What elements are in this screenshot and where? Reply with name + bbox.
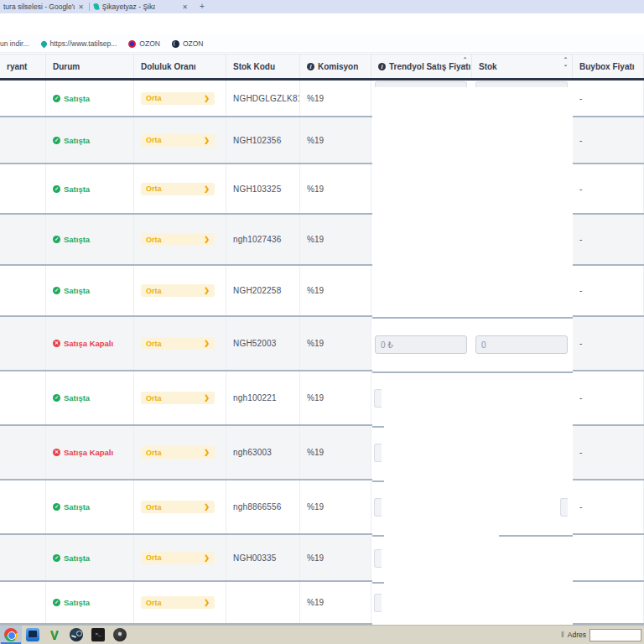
tab-google-search[interactable]: tura silselesi - Google'da Ara ✕ (0, 0, 87, 13)
chrome-icon (4, 628, 18, 641)
tab-close-icon[interactable]: ✕ (78, 3, 84, 11)
taskbar-app-button[interactable] (109, 626, 131, 644)
status-label: Satışta (64, 235, 90, 244)
cell-varyant (0, 480, 46, 533)
sort-arrows-icon[interactable]: ⌃⌄ (463, 58, 467, 67)
cell-stok-kodu: NGHDGLGZLK81002 (226, 80, 300, 116)
fill-rate-pill[interactable]: Orta❯ (141, 392, 215, 404)
status-badge: ✓Satışta (53, 553, 90, 563)
cell-durum: ✓Satışta (46, 535, 134, 580)
column-header-stok[interactable]: Stok⌃⌄ (472, 55, 573, 79)
bookmark-label: OZON (183, 39, 204, 48)
cell-varyant (0, 117, 46, 163)
commission-value: %19 (307, 184, 324, 194)
stock-input[interactable] (475, 335, 568, 354)
cell-komisyon: %19 (300, 317, 371, 370)
cell-buybox: - (573, 164, 644, 213)
price-input-fragment (374, 549, 382, 568)
column-header-stok-kodu: Stok Kodu (226, 55, 300, 79)
fill-rate-pill[interactable]: Orta❯ (141, 337, 215, 350)
cell-varyant (0, 266, 46, 315)
sku-value: NGHDGLGZLK81002 (233, 94, 300, 103)
cell-stok-kodu: ngh100221 (226, 371, 300, 424)
fill-rate-label: Orta (146, 184, 162, 193)
row-separator-stub (499, 535, 573, 537)
cell-varyant (0, 317, 46, 370)
column-header-trendyol-fiyat[interactable]: iTrendyol Satış Fiyatı⌃⌄ (371, 55, 472, 79)
cell-stok-kodu: NGH202258 (226, 266, 300, 315)
status-badge: ✓Satışta (53, 184, 90, 194)
status-label: Satışa Kapalı (64, 448, 113, 457)
cell-buybox: - (573, 426, 644, 479)
bookmark-item[interactable]: OZON (172, 39, 204, 48)
sku-value: NGH103325 (233, 184, 281, 194)
commission-value: %19 (307, 339, 324, 348)
fill-rate-label: Orta (146, 394, 162, 402)
buybox-price-value: - (579, 502, 582, 512)
cell-stok-kodu (226, 582, 300, 623)
info-icon[interactable]: i (307, 63, 314, 70)
fill-rate-pill[interactable]: Orta❯ (141, 284, 215, 297)
column-header-komisyon: iKomisyon (300, 55, 371, 79)
sku-value: NGH52003 (233, 339, 277, 348)
toolbar-drag-handle[interactable]: ‖ (561, 631, 564, 639)
fill-rate-pill[interactable]: Orta❯ (141, 92, 215, 105)
cell-komisyon: %19 (300, 266, 371, 315)
cell-komisyon: %19 (300, 535, 371, 580)
fill-rate-pill[interactable]: Orta❯ (141, 233, 215, 246)
address-toolbar-input[interactable] (589, 629, 641, 641)
chevron-right-icon: ❯ (204, 236, 210, 243)
bookmark-label: https://www.tatilsep... (50, 39, 117, 48)
fill-rate-pill[interactable]: Orta❯ (141, 501, 215, 513)
trendyol-price-input[interactable] (375, 335, 467, 354)
taskbar-chrome-button[interactable] (0, 626, 22, 644)
cell-stok-kodu: ngh63003 (226, 426, 300, 479)
chevron-right-icon: ❯ (204, 449, 210, 456)
row-separator-stub (372, 582, 384, 584)
check-circle-icon: ✓ (53, 554, 60, 562)
windows-taskbar: V >_ ‖ Adres (0, 625, 644, 644)
desktop-screen: tura silselesi - Google'da Ara ✕ Şikayet… (0, 0, 644, 644)
taskbar-app-button[interactable]: V (44, 626, 65, 644)
price-stock-overlay (372, 80, 573, 625)
dark-ball-app-icon (113, 628, 127, 641)
address-toolbar-label: Adres (568, 631, 586, 639)
fill-rate-pill[interactable]: Orta❯ (141, 183, 215, 195)
check-circle-icon: ✓ (53, 287, 60, 294)
fill-rate-label: Orta (146, 553, 162, 562)
fill-rate-pill[interactable]: Orta❯ (141, 552, 215, 564)
fill-rate-pill[interactable]: Orta❯ (141, 596, 215, 609)
sort-arrows-icon[interactable]: ⌃⌄ (564, 58, 568, 67)
cell-komisyon: %19 (300, 582, 371, 623)
taskbar-steam-button[interactable] (65, 626, 87, 644)
check-circle-icon: ✓ (53, 137, 60, 144)
taskbar-cmd-button[interactable]: >_ (87, 626, 109, 644)
info-icon[interactable]: i (378, 63, 386, 70)
chevron-right-icon: ❯ (204, 340, 210, 347)
bookmark-item[interactable]: OZON (128, 39, 160, 48)
tab-close-icon[interactable]: ✕ (182, 3, 188, 11)
taskbar-app-button[interactable] (22, 626, 44, 644)
steam-icon (70, 628, 83, 641)
new-tab-button[interactable]: + (196, 1, 208, 13)
fill-rate-label: Orta (146, 136, 162, 144)
cross-circle-icon: ✕ (53, 449, 60, 456)
status-badge: ✓Satışta (53, 502, 90, 512)
monitor-app-icon (26, 628, 39, 641)
fill-rate-pill[interactable]: Orta❯ (141, 134, 215, 147)
cell-stok-kodu: NGH102356 (226, 117, 300, 163)
price-input-fragment (374, 444, 382, 462)
column-header-durum: Durum (46, 55, 134, 79)
bookmark-item[interactable]: https://www.tatilsep... (41, 39, 117, 48)
location-pin-icon (39, 39, 48, 48)
cross-circle-icon: ✕ (53, 340, 60, 347)
fill-rate-pill[interactable]: Orta❯ (141, 446, 215, 459)
status-badge: ✓Satışta (53, 393, 90, 402)
cell-durum: ✓Satışta (46, 582, 134, 623)
ozon-favicon-icon (128, 40, 136, 48)
address-toolbar: ‖ Adres (561, 629, 644, 641)
buybox-price-value: - (579, 136, 582, 145)
bookmark-item[interactable]: un indir... (0, 39, 29, 48)
tab-sikayetvar[interactable]: Şikayetyaz - Şikayetvar ✕ (91, 0, 191, 13)
cell-komisyon: %19 (300, 215, 371, 264)
